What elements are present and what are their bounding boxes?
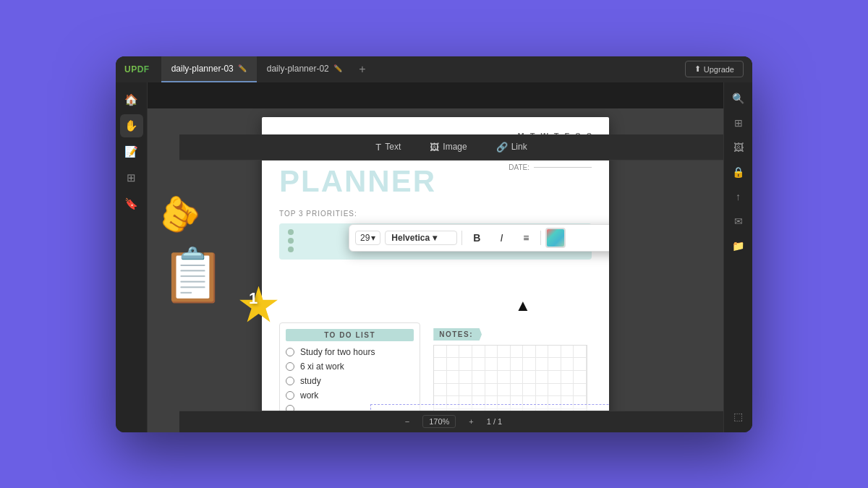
notes-cell [548, 346, 561, 359]
notes-cell [523, 358, 536, 371]
notes-cell [536, 384, 549, 397]
tab-add-button[interactable]: + [352, 59, 373, 80]
status-bar: − 170% + 1 / 1 [179, 411, 723, 432]
tab-label-2: daily-planner-02 [267, 64, 329, 74]
left-sidebar: 🏠 ✋ 📝 ⊞ 🔖 [116, 82, 148, 432]
notes-cell [447, 346, 460, 359]
link-label: Link [511, 142, 527, 152]
toolbar-link[interactable]: 🔗 Link [490, 139, 533, 155]
upgrade-button[interactable]: ⬆ Upgrade [685, 61, 744, 77]
bold-button[interactable]: B [467, 228, 487, 248]
upgrade-label: Upgrade [704, 65, 734, 74]
font-size-value: 29 [360, 233, 370, 243]
sidebar-icon-hand[interactable]: ✋ [120, 114, 143, 137]
right-icon-mail[interactable]: ✉ [728, 211, 749, 231]
todo-text-4: work [300, 390, 318, 401]
notes-cell [472, 384, 485, 397]
font-chevron-icon: ▾ [433, 233, 437, 243]
todo-circle-2 [286, 362, 294, 371]
notes-cell [523, 346, 536, 359]
tab-inactive[interactable]: daily-planner-02 ✏️ [257, 56, 352, 82]
planner-title-line2: PLANNER [279, 165, 436, 198]
todo-item-2: 6 xi at work [286, 361, 414, 372]
image-label: Image [443, 142, 467, 152]
font-size-select[interactable]: 29 ▾ [355, 231, 380, 245]
font-name-select[interactable]: Helvetica ▾ [385, 231, 457, 245]
todo-circle-3 [286, 377, 294, 385]
zoom-in-icon: + [469, 417, 473, 426]
notes-cell [561, 371, 574, 384]
date-label: DATE: [509, 163, 529, 171]
sidebar-icon-edit[interactable]: 📝 [120, 140, 143, 163]
todo-text-2: 6 xi at work [300, 361, 344, 372]
tab-label-1: daily-planner-03 [171, 64, 234, 74]
italic-button[interactable]: I [491, 228, 511, 248]
notes-cell [485, 371, 498, 384]
right-icon-search[interactable]: 🔍 [728, 88, 749, 108]
toolbar-image[interactable]: 🖼 Image [424, 139, 472, 155]
tab-edit-icon-1: ✏️ [238, 64, 247, 72]
priority-dot-2 [288, 238, 294, 244]
notes-cell [574, 371, 587, 384]
notes-cell [536, 371, 549, 384]
align-button[interactable]: ≡ [516, 228, 536, 248]
zoom-out-icon: − [405, 417, 409, 426]
right-icon-grid[interactable]: ⊞ [728, 113, 749, 133]
notes-cell [523, 384, 536, 397]
notes-cell [511, 371, 524, 384]
toolbar-text[interactable]: T Text [370, 139, 407, 155]
align-icon: ≡ [523, 232, 529, 244]
notes-cell [536, 346, 549, 359]
tab-active[interactable]: daily-planner-03 ✏️ [161, 56, 257, 82]
todo-item-1: Study for two hours [286, 347, 414, 357]
notes-cell [459, 371, 472, 384]
document-page: DAILY PLANNER M T W T F S S [262, 117, 609, 432]
sidebar-icon-home[interactable]: 🏠 [120, 88, 143, 111]
link-icon: 🔗 [496, 142, 508, 153]
notes-cell [485, 358, 498, 371]
notes-cell [459, 358, 472, 371]
zoom-in-button[interactable]: + [464, 416, 477, 427]
notes-cell [459, 384, 472, 397]
right-icon-folder[interactable]: 📁 [728, 236, 749, 256]
priority-dot-1 [288, 229, 294, 235]
notes-cell [536, 358, 549, 371]
notes-cell [472, 358, 485, 371]
upgrade-icon: ⬆ [694, 64, 701, 74]
text-icon: T [375, 142, 381, 153]
notes-cell [511, 358, 524, 371]
title-bar: UPDF daily-planner-03 ✏️ daily-planner-0… [116, 56, 752, 82]
tab-edit-icon-2: ✏️ [333, 64, 342, 72]
cursor-arrow: ▲ [515, 296, 531, 315]
notes-cell [459, 346, 472, 359]
sticker-notepad: 📋 [161, 244, 226, 306]
priority-dot-3 [288, 247, 294, 252]
right-icon-lock[interactable]: 🔒 [728, 162, 749, 182]
notes-cell [472, 346, 485, 359]
notes-cell [472, 371, 485, 384]
notes-cell [574, 346, 587, 359]
todo-text-1: Study for two hours [300, 347, 375, 357]
color-button[interactable] [545, 228, 566, 248]
notes-cell [561, 358, 574, 371]
bold-icon: B [473, 232, 480, 244]
italic-icon: I [500, 232, 503, 244]
image-icon: 🖼 [430, 142, 439, 153]
todo-circle-1 [286, 348, 294, 356]
right-icon-share[interactable]: ↑ [728, 187, 749, 207]
zoom-out-button[interactable]: − [401, 416, 414, 427]
notes-cell [447, 384, 460, 397]
sidebar-icon-bookmark[interactable]: 🔖 [120, 192, 143, 215]
notes-cell [485, 384, 498, 397]
zoom-value: 170% [429, 417, 449, 426]
notes-cell [498, 346, 511, 359]
toolbar-divider-1 [461, 231, 462, 245]
date-line [534, 167, 592, 168]
notes-cell [485, 346, 498, 359]
right-icon-bottom[interactable]: ⬚ [728, 406, 749, 427]
notes-cell [498, 371, 511, 384]
right-icon-image[interactable]: 🖼 [728, 137, 749, 158]
top-toolbar: T Text 🖼 Image 🔗 Link [179, 134, 723, 160]
sidebar-icon-layers[interactable]: ⊞ [120, 166, 143, 189]
todo-item-4: work [286, 390, 414, 401]
